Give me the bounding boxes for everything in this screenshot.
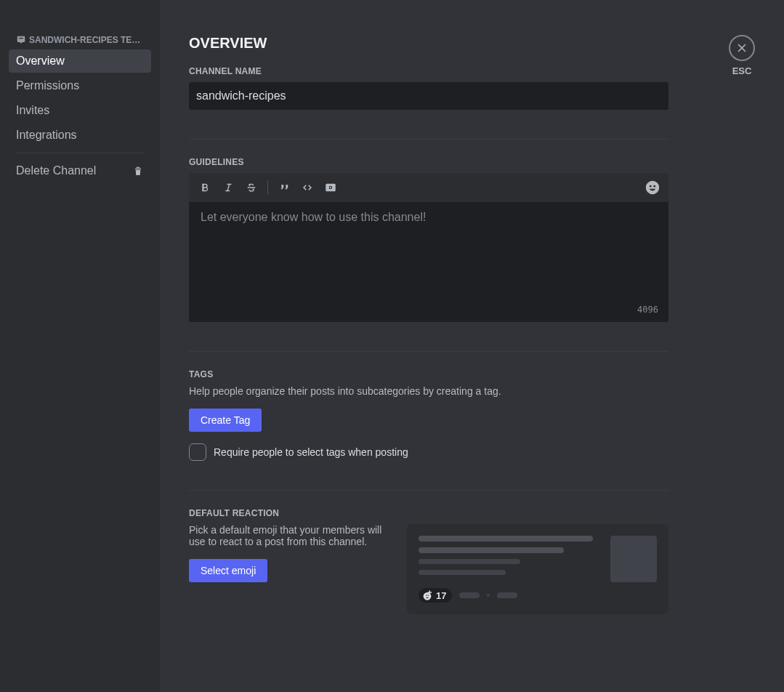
default-reaction-help: Pick a default emoji that your members w…	[189, 524, 392, 547]
divider	[16, 153, 144, 153]
select-emoji-button[interactable]: Select emoji	[189, 559, 267, 582]
guidelines-textarea[interactable]: Let everyone know how to use this channe…	[189, 202, 668, 322]
emoji-button[interactable]	[642, 177, 663, 198]
editor-toolbar	[189, 173, 668, 202]
reaction-count: 17	[436, 590, 446, 601]
italic-icon	[222, 181, 235, 194]
trash-icon	[132, 165, 144, 177]
sidebar-item-overview[interactable]: Overview	[9, 49, 151, 73]
require-tags-label: Require people to select tags when posti…	[214, 446, 408, 458]
sidebar-item-label: Invites	[16, 104, 49, 116]
reaction-preview-card: 17	[407, 524, 668, 614]
preview-line	[419, 536, 593, 542]
svg-point-7	[426, 595, 427, 596]
preview-line	[419, 559, 520, 564]
channel-name-label: CHANNEL NAME	[189, 66, 668, 76]
reaction-pill: 17	[419, 588, 452, 603]
eye-icon	[324, 181, 337, 194]
guidelines-label: GUIDELINES	[189, 157, 668, 167]
require-tags-row: Require people to select tags when posti…	[189, 443, 668, 461]
divider	[189, 139, 668, 140]
create-tag-button[interactable]: Create Tag	[189, 409, 262, 432]
toolbar-divider	[267, 180, 268, 195]
preview-line	[419, 547, 564, 553]
sidebar-item-integrations[interactable]: Integrations	[9, 124, 151, 147]
preview-footer: 17	[419, 588, 657, 603]
require-tags-checkbox[interactable]	[189, 443, 206, 461]
sidebar-item-permissions[interactable]: Permissions	[9, 74, 151, 97]
strikethrough-button[interactable]	[241, 177, 262, 198]
close-area: ESC	[729, 35, 755, 76]
default-reaction-label: DEFAULT REACTION	[189, 508, 668, 518]
code-icon	[301, 181, 314, 194]
settings-content: ESC OVERVIEW CHANNEL NAME GUIDELINES Let…	[160, 0, 784, 692]
sidebar-item-label: Delete Channel	[16, 164, 96, 177]
preview-line	[419, 570, 506, 575]
quote-button[interactable]	[274, 177, 294, 198]
tags-label: TAGS	[189, 369, 668, 379]
italic-button[interactable]	[218, 177, 238, 198]
close-label: ESC	[732, 65, 752, 76]
divider	[189, 490, 668, 491]
svg-point-3	[646, 181, 659, 194]
eye-button[interactable]	[320, 177, 341, 198]
sidebar-category-header: SANDWICH-RECIPES TE…	[9, 35, 151, 49]
guidelines-placeholder: Let everyone know how to use this channe…	[201, 211, 426, 223]
guidelines-editor: Let everyone know how to use this channe…	[189, 173, 668, 322]
quote-icon	[278, 181, 291, 194]
sidebar-item-label: Permissions	[16, 79, 79, 92]
forum-channel-icon	[16, 35, 26, 45]
tags-help: Help people organize their posts into su…	[189, 385, 668, 397]
code-button[interactable]	[297, 177, 318, 198]
preview-dot	[487, 594, 490, 597]
sidebar-category-label: SANDWICH-RECIPES TE…	[29, 35, 140, 45]
default-reaction-row: Pick a default emoji that your members w…	[189, 524, 668, 614]
preview-thumbnail	[610, 536, 657, 582]
sidebar-item-delete-channel[interactable]: Delete Channel	[9, 159, 151, 182]
settings-sidebar: SANDWICH-RECIPES TE… Overview Permission…	[0, 0, 160, 692]
close-icon	[735, 41, 748, 55]
sidebar-item-label: Overview	[16, 55, 65, 67]
bold-icon	[198, 181, 211, 194]
bold-button[interactable]	[195, 177, 215, 198]
svg-point-8	[428, 595, 429, 596]
sidebar-item-invites[interactable]: Invites	[9, 99, 151, 122]
sidebar-item-label: Integrations	[16, 129, 77, 141]
svg-point-4	[650, 185, 652, 188]
emoji-icon	[644, 180, 660, 196]
svg-point-2	[330, 187, 331, 188]
add-reaction-icon	[421, 590, 433, 601]
close-button[interactable]	[729, 35, 755, 61]
strikethrough-icon	[245, 181, 258, 194]
svg-point-5	[653, 185, 655, 188]
page-title: OVERVIEW	[189, 35, 668, 52]
divider	[189, 351, 668, 352]
char-counter: 4096	[637, 305, 658, 315]
channel-name-input[interactable]	[189, 82, 668, 110]
preview-line	[459, 592, 480, 598]
default-reaction-info: Pick a default emoji that your members w…	[189, 524, 392, 582]
preview-line	[497, 592, 517, 598]
